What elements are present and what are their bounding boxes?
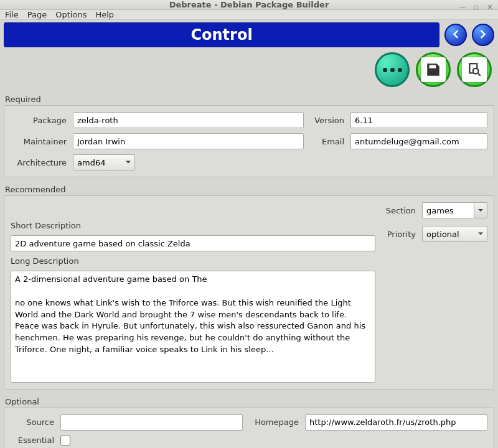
titlebar: Debreate - Debian Package Builder ─ ▫ ✕: [0, 0, 498, 10]
version-input[interactable]: [350, 112, 487, 128]
maintainer-input[interactable]: [73, 133, 304, 149]
optional-legend: Optional: [0, 394, 498, 408]
email-label: Email: [310, 137, 344, 146]
essential-label: Essential: [11, 436, 54, 445]
required-legend: Required: [0, 92, 498, 105]
package-label: Package: [11, 116, 67, 125]
homepage-label: Homepage: [249, 418, 299, 427]
menu-help[interactable]: Help: [95, 10, 114, 19]
header-row: Control: [0, 20, 498, 50]
floppy-disk-icon: [421, 57, 446, 82]
maximize-icon[interactable]: ▫: [472, 2, 481, 11]
priority-label: Priority: [382, 230, 416, 239]
page-title: Control: [190, 26, 252, 44]
long-desc-label: Long Description: [11, 256, 375, 266]
menu-page[interactable]: Page: [27, 10, 47, 19]
version-label: Version: [310, 116, 344, 125]
section-input[interactable]: [422, 202, 474, 218]
long-desc-textarea[interactable]: [11, 271, 375, 383]
ellipsis-icon: [383, 68, 402, 72]
section-label: Section: [382, 206, 416, 215]
email-input[interactable]: [350, 133, 487, 149]
chevron-down-icon: [477, 207, 484, 213]
minimize-icon[interactable]: ─: [458, 2, 467, 11]
priority-select[interactable]: optional: [422, 226, 487, 242]
toolbar: [0, 50, 498, 92]
short-desc-label: Short Description: [11, 221, 375, 230]
page-banner: Control: [4, 22, 439, 47]
required-panel: Package Version Maintainer Email Archite…: [4, 105, 494, 177]
section-combo[interactable]: [422, 202, 487, 218]
short-desc-input[interactable]: [11, 235, 375, 251]
svg-point-1: [473, 68, 479, 74]
window-controls: ─ ▫ ✕: [458, 2, 494, 11]
source-label: Source: [11, 418, 54, 427]
menubar: File Page Options Help: [0, 10, 498, 20]
prev-page-button[interactable]: [444, 24, 467, 46]
next-page-button[interactable]: [472, 24, 494, 46]
arrow-left-icon: [449, 28, 462, 42]
magnifier-page-icon: [462, 57, 487, 82]
package-input[interactable]: [73, 112, 304, 128]
more-actions-button[interactable]: [375, 52, 410, 87]
preview-button[interactable]: [457, 52, 492, 87]
menu-file[interactable]: File: [5, 10, 19, 19]
window-title: Debreate - Debian Package Builder: [169, 0, 329, 9]
essential-checkbox[interactable]: [60, 436, 70, 446]
optional-panel: Source Homepage Essential: [4, 408, 494, 448]
svg-line-2: [477, 73, 480, 75]
architecture-select[interactable]: amd64: [73, 154, 135, 170]
recommended-panel: Short Description Long Description Secti…: [4, 195, 494, 390]
maintainer-label: Maintainer: [11, 137, 67, 146]
homepage-input[interactable]: [305, 414, 487, 431]
close-icon[interactable]: ✕: [486, 2, 494, 11]
architecture-label: Architecture: [11, 158, 67, 167]
save-button[interactable]: [416, 52, 451, 87]
source-input[interactable]: [60, 414, 243, 431]
recommended-legend: Recommended: [0, 182, 498, 195]
menu-options[interactable]: Options: [55, 10, 87, 19]
arrow-right-icon: [477, 28, 489, 42]
section-drop-button[interactable]: [474, 202, 487, 218]
